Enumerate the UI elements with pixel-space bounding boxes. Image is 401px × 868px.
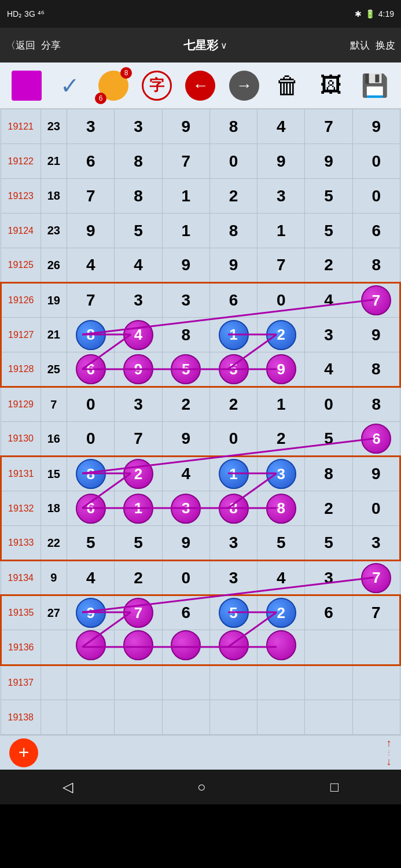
- table-cell: 0: [257, 283, 305, 318]
- title-dropdown-icon[interactable]: ∨: [220, 40, 227, 51]
- table-cell: 9: [162, 109, 209, 144]
- table-cell: 6: [67, 352, 115, 387]
- row-sum: 15: [41, 457, 67, 491]
- table-cell: [67, 665, 115, 700]
- default-button[interactable]: 默认: [350, 39, 370, 52]
- table-cell: 5: [305, 422, 352, 457]
- row-sum: 16: [41, 422, 67, 457]
- table-cell: 9: [257, 352, 305, 387]
- table-cell: 3: [305, 561, 352, 595]
- table-cell: 1: [115, 491, 162, 526]
- table-cell: 2: [209, 387, 257, 422]
- scroll-up-icon[interactable]: ↑: [387, 737, 392, 749]
- table-cell: 2: [115, 561, 162, 595]
- nav-left[interactable]: 〈返回 分享: [6, 39, 61, 52]
- photo-button[interactable]: 🖼: [311, 66, 351, 105]
- table-cell: 9: [209, 248, 257, 283]
- arrow-left-button[interactable]: ←: [181, 66, 220, 105]
- arrow-right-button[interactable]: →: [225, 66, 264, 105]
- char-button[interactable]: 字: [137, 66, 176, 105]
- char-icon: 字: [142, 71, 172, 101]
- table-cell: 7: [115, 595, 162, 630]
- table-cell: 4: [115, 318, 162, 352]
- table-row: 19124239518156: [1, 214, 400, 248]
- table-cell: 3: [115, 387, 162, 422]
- row-id: 19138: [1, 700, 41, 735]
- table-cell: 0: [352, 491, 400, 526]
- check-button[interactable]: ✓: [50, 66, 90, 105]
- table-cell: 3: [209, 561, 257, 595]
- table-cell: 5: [115, 526, 162, 561]
- color-picker-button[interactable]: [7, 66, 46, 105]
- row-sum: 9: [41, 561, 67, 595]
- table-cell: 5: [67, 526, 115, 561]
- table-cell: 4: [67, 248, 115, 283]
- purple-circle: 7: [361, 563, 391, 593]
- table-cell: 1: [257, 214, 305, 248]
- row-sum: 7: [41, 387, 67, 422]
- table-cell: [305, 665, 352, 700]
- blue-circle: 2: [266, 598, 296, 628]
- add-button[interactable]: +: [9, 738, 38, 767]
- table-row: 19138: [1, 700, 400, 735]
- table-row: 19131158241389: [1, 457, 400, 491]
- purple-circle: 3: [171, 494, 201, 524]
- scroll-dots-icon: ⋮: [386, 749, 392, 756]
- table-cell: 9: [67, 595, 115, 630]
- row-sum: 23: [41, 214, 67, 248]
- nav-right[interactable]: 默认 换皮: [350, 39, 395, 52]
- blue-circle: 1: [219, 459, 249, 489]
- scroll-control[interactable]: ↑ ⋮ ↓: [386, 737, 392, 768]
- table-cell: 1: [209, 457, 257, 491]
- table-cell: 8: [209, 491, 257, 526]
- row-sum: 25: [41, 352, 67, 387]
- table-cell: 2: [257, 318, 305, 352]
- table-cell: 5: [305, 526, 352, 561]
- back-button[interactable]: 〈返回: [6, 39, 35, 52]
- save-button[interactable]: 💾: [355, 66, 394, 105]
- table-cell: 6: [67, 144, 115, 179]
- table-cell: 0: [162, 561, 209, 595]
- table-cell: [162, 630, 209, 665]
- row-id: 19122: [1, 144, 41, 179]
- table-cell: [162, 665, 209, 700]
- blue-circle: 8: [76, 320, 106, 350]
- table-cell: 5: [115, 214, 162, 248]
- nav-bottom-bar: ◁ ○ □: [0, 770, 401, 804]
- toolbar: ✓ 8 6 字 ← → 🗑 🖼 💾: [0, 62, 401, 109]
- share-button[interactable]: 分享: [41, 39, 61, 52]
- trash-icon: 🗑: [275, 72, 300, 100]
- row-id: 19134: [1, 561, 41, 595]
- trash-button[interactable]: 🗑: [268, 66, 307, 105]
- table-cell: 2: [257, 422, 305, 457]
- skin-button[interactable]: 换皮: [376, 39, 395, 52]
- table-cell: 4: [257, 561, 305, 595]
- table-cell: 0: [352, 144, 400, 179]
- table-cell: 9: [115, 352, 162, 387]
- home-nav-button[interactable]: ○: [197, 779, 206, 795]
- scroll-down-icon[interactable]: ↓: [387, 756, 392, 768]
- recent-nav-button[interactable]: □: [330, 779, 339, 795]
- table-cell: 1: [257, 387, 305, 422]
- purple-plain-circle: [171, 630, 201, 660]
- table-cell: 0: [67, 422, 115, 457]
- table-cell: 9: [162, 526, 209, 561]
- back-nav-button[interactable]: ◁: [62, 779, 73, 795]
- table-cell: [209, 665, 257, 700]
- table-cell: 1: [162, 214, 209, 248]
- table-cell: 5: [257, 526, 305, 561]
- table-cell: 7: [352, 595, 400, 630]
- badge-button[interactable]: 8 6: [94, 66, 133, 105]
- row-id: 19130: [1, 422, 41, 457]
- blue-circle: 2: [266, 320, 296, 350]
- photo-icon: 🖼: [320, 73, 342, 98]
- table-cell: 3: [67, 109, 115, 144]
- badge-bottom-count: 6: [95, 93, 106, 104]
- table-cell: 6: [209, 283, 257, 318]
- table-cell: 3: [352, 526, 400, 561]
- table-row: 19136: [1, 630, 400, 665]
- table-cell: [209, 630, 257, 665]
- table-cell: [162, 700, 209, 735]
- table-cell: 2: [115, 457, 162, 491]
- table-cell: 4: [305, 352, 352, 387]
